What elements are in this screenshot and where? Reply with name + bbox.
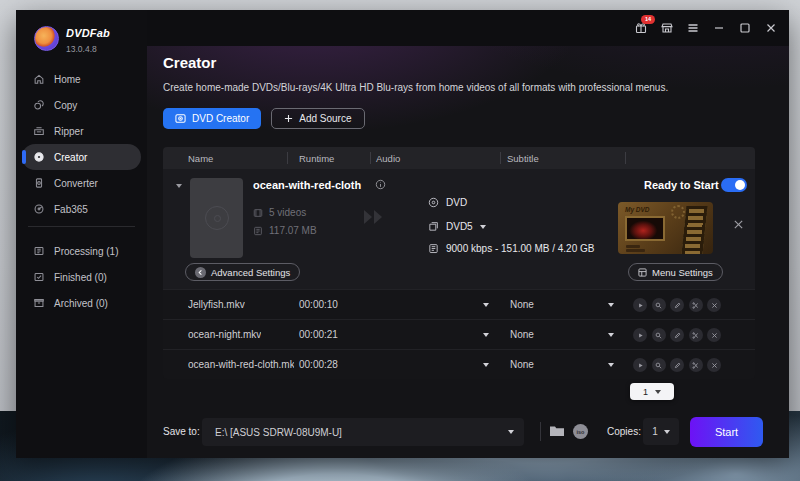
menu-preview-text-line (626, 245, 640, 248)
column-divider (370, 152, 371, 164)
trim-button[interactable] (689, 358, 703, 372)
sidebar-item-creator[interactable]: Creator (22, 144, 141, 170)
size-meta: 117.07 MB (253, 225, 317, 236)
edit-button[interactable] (670, 328, 684, 342)
store-button[interactable] (660, 22, 673, 35)
ready-toggle[interactable] (721, 178, 747, 192)
video-name: Jellyfish.mkv (188, 299, 245, 310)
dvd-creator-icon (175, 113, 186, 124)
subtitle-dropdown-caret[interactable] (608, 333, 614, 337)
copies-popup[interactable]: 1 (630, 383, 674, 400)
sidebar-item-label: Processing (1) (54, 246, 118, 257)
sidebar-item-label: Fab365 (54, 204, 88, 215)
sidebar: DVDFab 13.0.4.8 Home Copy Ripper Creator (16, 10, 147, 458)
play-button[interactable] (633, 328, 647, 342)
delete-button[interactable] (707, 298, 721, 312)
play-button[interactable] (633, 298, 647, 312)
sidebar-item-converter[interactable]: Converter (22, 170, 141, 196)
scissors-icon (692, 332, 699, 339)
sidebar-item-label: Ripper (54, 126, 83, 137)
subtitle-dropdown-caret[interactable] (608, 363, 614, 367)
save-to-iso-button[interactable]: iso (573, 424, 588, 439)
video-runtime: 00:00:21 (299, 329, 338, 340)
disc-size-icon (428, 221, 439, 232)
close-icon (733, 219, 744, 230)
subtitle-dropdown-caret[interactable] (608, 303, 614, 307)
dvd-creator-button[interactable]: DVD Creator (163, 108, 261, 129)
video-row: Jellyfish.mkv 00:00:10 None (163, 289, 755, 319)
save-to-folder-button[interactable] (549, 424, 565, 438)
info-icon[interactable] (375, 179, 386, 190)
column-divider (625, 152, 626, 164)
edit-button[interactable] (670, 358, 684, 372)
maximize-icon (739, 22, 751, 34)
convert-arrow-icon (361, 207, 387, 227)
sidebar-item-finished[interactable]: Finished (0) (22, 264, 141, 290)
page-subtitle: Create home-made DVDs/Blu-rays/4K Ultra … (163, 82, 668, 93)
project-thumbnail (190, 178, 243, 258)
advanced-settings-icon (195, 267, 206, 278)
video-name: ocean-night.mkv (188, 329, 261, 340)
video-name: ocean-with-red-cloth.mkv (188, 359, 294, 370)
sidebar-item-home[interactable]: Home (22, 66, 141, 92)
target-detail-meta: 9000 kbps - 151.00 MB / 4.20 GB (428, 243, 594, 254)
advanced-settings-label: Advanced Settings (211, 267, 290, 278)
source-table: Name Runtime Audio Subtitle ocean-with-r… (163, 147, 755, 379)
collapse-caret-icon[interactable] (176, 184, 182, 188)
start-button[interactable]: Start (690, 417, 763, 447)
magnifier-icon (655, 362, 662, 369)
menu-preview-text-line (626, 249, 645, 252)
sidebar-item-ripper[interactable]: Ripper (22, 118, 141, 144)
folder-icon (549, 424, 565, 438)
file-size-icon (253, 226, 263, 236)
sidebar-item-label: Creator (54, 152, 87, 163)
delete-button[interactable] (707, 358, 721, 372)
film-icon (253, 208, 263, 218)
target-type-meta: DVD (428, 197, 467, 208)
home-icon (33, 73, 45, 85)
target-size-dropdown-caret[interactable] (480, 225, 486, 229)
copies-popup-value: 1 (643, 387, 648, 397)
row-actions (633, 358, 721, 372)
store-icon (661, 22, 673, 34)
trim-button[interactable] (689, 328, 703, 342)
close-icon (711, 362, 718, 369)
menu-settings-button[interactable]: Menu Settings (628, 263, 723, 281)
maximize-button[interactable] (738, 22, 751, 35)
preview-button[interactable] (652, 358, 666, 372)
sidebar-item-processing[interactable]: Processing (1) (22, 238, 141, 264)
delete-button[interactable] (707, 328, 721, 342)
gift-button[interactable]: 14 (634, 22, 647, 35)
advanced-settings-button[interactable]: Advanced Settings (185, 263, 300, 281)
sidebar-item-fab365[interactable]: Fab365 (22, 196, 141, 222)
menu-button[interactable] (686, 22, 699, 35)
sidebar-item-copy[interactable]: Copy (22, 92, 141, 118)
sidebar-item-archived[interactable]: Archived (0) (22, 290, 141, 316)
remove-project-button[interactable] (733, 219, 744, 230)
preview-button[interactable] (652, 298, 666, 312)
save-to-dropdown[interactable]: E:\ [ASUS SDRW-08U9M-U] (202, 418, 524, 446)
edit-button[interactable] (670, 298, 684, 312)
trim-button[interactable] (689, 298, 703, 312)
audio-dropdown-caret[interactable] (483, 333, 489, 337)
menu-icon (687, 22, 699, 34)
finished-check-icon (33, 271, 45, 283)
status-label: Ready to Start (644, 179, 719, 191)
menu-preview[interactable]: My DVD (618, 202, 713, 254)
copies-dropdown[interactable]: 1 (643, 418, 679, 445)
column-divider (287, 152, 288, 164)
sidebar-item-label: Home (54, 74, 81, 85)
close-icon (711, 332, 718, 339)
converter-device-icon (33, 177, 45, 189)
audio-dropdown-caret[interactable] (483, 363, 489, 367)
audio-dropdown-caret[interactable] (483, 303, 489, 307)
play-button[interactable] (633, 358, 647, 372)
save-to-label: Save to: (163, 426, 200, 437)
iso-label: iso (577, 429, 585, 435)
play-icon (637, 332, 644, 339)
close-button[interactable] (764, 22, 777, 35)
processing-queue-icon (33, 245, 45, 257)
preview-button[interactable] (652, 328, 666, 342)
add-source-button[interactable]: Add Source (271, 108, 364, 129)
minimize-button[interactable] (712, 22, 725, 35)
